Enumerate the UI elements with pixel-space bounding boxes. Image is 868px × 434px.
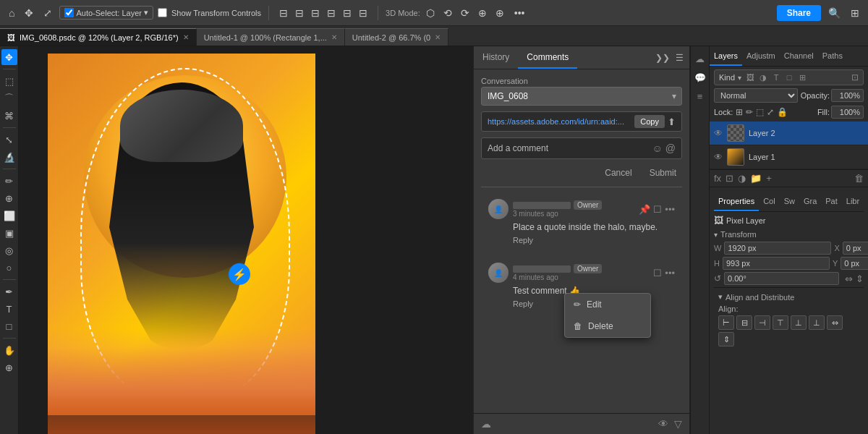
w-input[interactable] (724, 242, 831, 255)
magic-wand-tool[interactable]: ⌘ (1, 108, 17, 124)
marquee-tool[interactable]: ⬚ (1, 73, 17, 89)
lasso-tool[interactable]: ⌒ (1, 90, 17, 106)
layer-item-1[interactable]: 👁 Layer 2 (710, 122, 868, 145)
tab-2[interactable]: Untitled-1 @ 100% (Rectangle 1,... ✕ (197, 28, 345, 46)
align-bottom-edge-btn[interactable]: ⊥ (809, 315, 825, 330)
conversation-select[interactable]: IMG_0608 (481, 87, 682, 106)
layers-tab[interactable]: Layers (710, 46, 742, 66)
comment-1-pin-icon[interactable]: 📌 (639, 204, 650, 215)
gradient-tool[interactable]: ▣ (1, 225, 17, 241)
adjustments-tab[interactable]: Adjustm (742, 46, 780, 66)
pen-tool[interactable]: ✒ (1, 284, 17, 299)
y-input[interactable] (841, 257, 868, 270)
add-mask-icon[interactable]: ⊡ (726, 173, 733, 184)
layer-1-eye-icon[interactable]: 👁 (714, 128, 723, 138)
context-delete-item[interactable]: 🗑 Delete (565, 315, 650, 337)
comment-2-resolve-icon[interactable]: ☐ (653, 268, 662, 278)
lock-all-icon[interactable]: 🔒 (777, 107, 788, 117)
submit-button[interactable]: Submit (644, 165, 682, 181)
auto-select-btn[interactable]: Auto-Select: Layer ▾ (59, 6, 153, 20)
history-tab[interactable]: History (474, 46, 518, 69)
transform-controls[interactable]: Show Transform Controls (158, 8, 261, 17)
move-tool-icon[interactable]: ✥ (22, 6, 36, 20)
filter-text-icon[interactable]: T (770, 72, 782, 83)
home-icon[interactable]: ⌂ (6, 6, 17, 20)
transform-checkbox[interactable] (158, 8, 167, 17)
align-top-edge-btn[interactable]: ⊤ (773, 315, 788, 330)
align-left-icon[interactable]: ⊟ (276, 6, 291, 20)
text-tool[interactable]: T (1, 301, 17, 317)
adjustment-icon[interactable]: ◑ (738, 173, 746, 184)
canvas-area[interactable]: ⚡ (19, 46, 473, 434)
align-left-edge-btn[interactable]: ⊢ (718, 315, 734, 330)
dist-h-btn[interactable]: ⇔ (827, 315, 843, 330)
comment-1-resolve-icon[interactable]: ☐ (653, 204, 662, 215)
align-dist-title[interactable]: ▾ Align and Distribute (718, 292, 859, 302)
comment-1-reply-btn[interactable]: Reply (513, 236, 533, 244)
layer-2-eye-icon[interactable]: 👁 (714, 152, 723, 162)
search-dropdown-arrow[interactable]: ▾ (738, 74, 741, 82)
crop-tool[interactable]: ⤡ (1, 132, 17, 148)
flip-v-icon[interactable]: ⇕ (856, 273, 864, 284)
shape-tool[interactable]: □ (1, 318, 17, 334)
fill-input[interactable] (831, 106, 864, 119)
comment-2-more-icon[interactable]: ••• (665, 268, 675, 278)
dist-v-btn[interactable]: ⇕ (718, 332, 734, 346)
tab-2-close[interactable]: ✕ (331, 33, 337, 41)
align-right-icon[interactable]: ⊟ (308, 6, 323, 20)
comments-eye-icon[interactable]: 👁 (658, 418, 668, 430)
workspace-icon[interactable]: ⊞ (848, 6, 862, 20)
search-icon[interactable]: 🔍 (825, 6, 843, 20)
properties-tab[interactable]: Properties (714, 192, 759, 211)
tab-3[interactable]: Untitled-2 @ 66.7% (0 ✕ (345, 28, 448, 46)
paths-tab[interactable]: Paths (818, 46, 847, 66)
h-input[interactable] (723, 257, 830, 270)
panel-menu-icon[interactable]: ☰ (674, 51, 685, 64)
gradients-tab[interactable]: Gra (799, 192, 821, 211)
3d-icon-5[interactable]: ⊕ (493, 6, 507, 20)
new-layer-icon[interactable]: + (766, 173, 772, 184)
layer-item-2[interactable]: 👁 Layer 1 (710, 145, 868, 169)
lock-artboard-icon[interactable]: ⬚ (756, 107, 764, 117)
3d-icon-3[interactable]: ⟳ (458, 6, 472, 20)
channels-tab[interactable]: Channel (780, 46, 818, 66)
lock-move-icon[interactable]: ⤢ (767, 107, 774, 117)
delete-layer-icon[interactable]: 🗑 (854, 173, 864, 184)
transform-section-title[interactable]: ▾ Transform (714, 230, 864, 239)
comment-1-more-icon[interactable]: ••• (665, 204, 675, 215)
comments-tab[interactable]: Comments (518, 46, 577, 69)
filter-shape-icon[interactable]: □ (783, 72, 795, 83)
lock-pixel-icon[interactable]: ✏ (746, 107, 753, 117)
align-top-icon[interactable]: ⊟ (324, 6, 339, 20)
opacity-input[interactable] (831, 89, 864, 102)
3d-icon-2[interactable]: ⟲ (441, 6, 455, 20)
filter-toggle[interactable]: ⊡ (851, 72, 859, 82)
x-input[interactable] (843, 242, 868, 255)
patterns-tab[interactable]: Pat (821, 192, 842, 211)
align-h-center-btn[interactable]: ⊟ (736, 315, 752, 330)
align-center-icon[interactable]: ⊟ (292, 6, 307, 20)
swatches-tab[interactable]: Sw (780, 192, 799, 211)
tab-1[interactable]: 🖼 IMG_0608.psdc @ 120% (Layer 2, RGB/16*… (0, 28, 197, 46)
color-tab[interactable]: Col (759, 192, 780, 211)
3d-icon-1[interactable]: ⬡ (423, 6, 438, 20)
vert-panel-icon-2[interactable]: 💬 (692, 69, 708, 85)
lock-position-icon[interactable]: ⊞ (736, 107, 743, 117)
blend-mode-select[interactable]: Normal (714, 88, 798, 103)
transform-icon[interactable]: ⤢ (41, 6, 55, 20)
flip-h-icon[interactable]: ⇔ (845, 273, 853, 284)
comment-2-reply-btn[interactable]: Reply (513, 299, 533, 308)
blur-tool[interactable]: ◎ (1, 242, 17, 258)
move-tool[interactable]: ✥ (1, 49, 17, 65)
tab-1-close[interactable]: ✕ (183, 33, 189, 41)
context-edit-item[interactable]: ✏ Edit (565, 294, 650, 315)
filter-smart-icon[interactable]: ⊞ (796, 72, 808, 83)
hand-tool[interactable]: ✋ (1, 342, 17, 358)
tab-3-close[interactable]: ✕ (435, 33, 441, 41)
zoom-tool[interactable]: ⊕ (1, 359, 17, 375)
eraser-tool[interactable]: ⬜ (1, 208, 17, 224)
comments-cloud-icon[interactable]: ☁ (481, 418, 491, 430)
align-right-edge-btn[interactable]: ⊣ (754, 315, 770, 330)
dodge-tool[interactable]: ○ (1, 260, 17, 276)
auto-select-checkbox[interactable] (64, 8, 74, 17)
